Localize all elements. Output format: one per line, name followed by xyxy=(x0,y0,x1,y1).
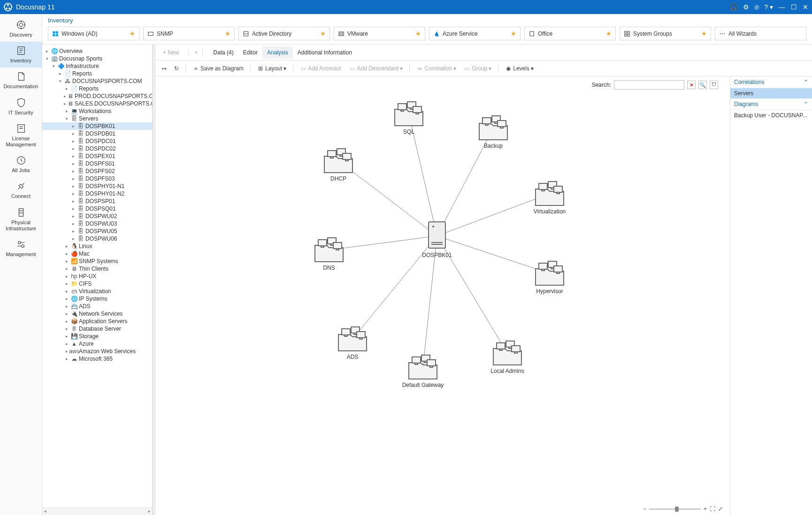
expand-arrow-icon[interactable]: ▸ xyxy=(44,49,50,53)
tree-item-mac[interactable]: ▸🍎Mac xyxy=(42,250,152,258)
expand-arrow-icon[interactable]: ▸ xyxy=(70,169,76,174)
tab-data-4-[interactable]: Data (4) xyxy=(208,46,238,59)
wizard-snmp[interactable]: SNMP★ xyxy=(143,27,235,40)
tree-item-dospwu06[interactable]: ▸🗄DOSPWU06 xyxy=(42,235,152,242)
diagram-node-virtualization[interactable] xyxy=(536,182,564,205)
nav-itsecurity[interactable]: IT Security xyxy=(0,94,42,120)
refresh-button[interactable]: ↻ xyxy=(171,63,182,74)
expand-arrow-icon[interactable]: ▾ xyxy=(44,56,50,61)
diagram-node-sql[interactable] xyxy=(395,102,423,126)
tree-item-linux[interactable]: ▸🐧Linux xyxy=(42,242,152,250)
wizard-vmware[interactable]: VMware★ xyxy=(334,27,425,40)
expand-arrow-icon[interactable]: ▸ xyxy=(64,356,69,361)
expand-arrow-icon[interactable]: ▸ xyxy=(64,334,69,339)
nav-inventory[interactable]: Inventory xyxy=(0,42,42,68)
tree-item-dospex01[interactable]: ▸🗄DOSPEX01 xyxy=(42,152,152,160)
expand-arrow-icon[interactable]: ▸ xyxy=(70,154,76,159)
tree-item-reports[interactable]: ▸📄Reports xyxy=(42,70,152,77)
tree-item-microsoft-365[interactable]: ▸☁Microsoft 365 xyxy=(42,355,152,363)
tree-item-dosphy01-n2[interactable]: ▸🗄DOSPHY01-N2 xyxy=(42,190,152,197)
expand-arrow-icon[interactable]: ▾ xyxy=(57,79,63,83)
expand-arrow-icon[interactable]: ▸ xyxy=(64,86,69,91)
tree-item-servers[interactable]: ▾🗄Servers xyxy=(42,115,152,122)
diagram-node-dhcp[interactable] xyxy=(324,149,352,173)
add-descendant-button[interactable]: ▭Add Descendant ▾ xyxy=(346,63,406,74)
expand-arrow-icon[interactable]: ▸ xyxy=(70,191,76,196)
nav-physical[interactable]: Physical Infrastructure xyxy=(0,204,42,235)
tree-item-dospbk01[interactable]: ▸🗄DOSPBK01 xyxy=(42,122,152,130)
wizard-office[interactable]: Office★ xyxy=(524,27,616,40)
tree-item-dospfs02[interactable]: ▸🗄DOSPFS02 xyxy=(42,167,152,175)
filter-icon[interactable]: ⛉ xyxy=(710,81,718,89)
minimize-icon[interactable]: — xyxy=(779,3,785,11)
expand-arrow-icon[interactable]: ▸ xyxy=(64,94,66,98)
expand-arrow-icon[interactable]: ▸ xyxy=(70,184,76,189)
diagram-node-local-admins[interactable] xyxy=(493,341,521,365)
expand-arrow-icon[interactable]: ▸ xyxy=(64,289,69,294)
tree-item-cifs[interactable]: ▸📁CIFS xyxy=(42,280,152,288)
tree-item-workstations[interactable]: ▸💻Workstations xyxy=(42,107,152,115)
maximize-icon[interactable]: ☐ xyxy=(791,3,797,11)
diagram-node-dns[interactable] xyxy=(315,238,343,262)
nav-management[interactable]: Management xyxy=(0,235,42,261)
wizard-system-groups[interactable]: System Groups★ xyxy=(620,27,711,40)
expand-arrow-icon[interactable]: ▸ xyxy=(64,266,69,271)
expand-arrow-icon[interactable]: ▾ xyxy=(64,116,69,121)
correlations-header[interactable]: Correlations⌃ xyxy=(730,76,812,88)
wizard-active-directory[interactable]: Active Directory★ xyxy=(238,27,330,40)
expand-arrow-icon[interactable]: ▸ xyxy=(70,206,76,211)
expand-arrow-icon[interactable]: ▸ xyxy=(70,176,76,181)
tree-item-prod-docusnapsports-co[interactable]: ▸🖥PROD.DOCUSNAPSPORTS.CO xyxy=(42,92,152,100)
wizard-azure-service[interactable]: Azure Service★ xyxy=(429,27,521,40)
expand-arrow-icon[interactable]: ▸ xyxy=(70,221,76,226)
expand-arrow-icon[interactable]: ▸ xyxy=(70,214,76,219)
tree-item-dospfs03[interactable]: ▸🗄DOSPFS03 xyxy=(42,175,152,182)
zoom-control[interactable]: − + ⛶ ⤢ xyxy=(643,506,723,512)
tree-item-dospdc01[interactable]: ▸🗄DOSPDC01 xyxy=(42,137,152,145)
expand-arrow-icon[interactable]: ▸ xyxy=(57,71,63,76)
group-button[interactable]: ▭Group ▾ xyxy=(461,63,494,74)
tree-item-dospdc02[interactable]: ▸🗄DOSPDC02 xyxy=(42,145,152,152)
plug-icon[interactable]: ⎚ xyxy=(755,3,758,11)
wizard-all-wizards[interactable]: ⋯All Wizards xyxy=(715,27,806,40)
expand-icon[interactable]: ⤢ xyxy=(718,506,723,512)
tree-item-ip-systems[interactable]: ▸🌐IP Systems xyxy=(42,295,152,303)
tree-item-snmp-systems[interactable]: ▸📶SNMP Systems xyxy=(42,258,152,265)
expand-arrow-icon[interactable]: ▸ xyxy=(70,139,76,144)
tree-item-infrastructure[interactable]: ▾🔷Infrastructure xyxy=(42,62,152,70)
tree-item-sales-docusnapsports-co[interactable]: ▸🖥SALES.DOCUSNAPSPORTS.CO xyxy=(42,100,152,107)
levels-button[interactable]: ◉Levels ▾ xyxy=(502,63,536,74)
tree-item-dospwu03[interactable]: ▸🗄DOSPWU03 xyxy=(42,220,152,227)
zoom-slider[interactable] xyxy=(649,508,701,510)
tree-item-storage[interactable]: ▸💾Storage xyxy=(42,333,152,340)
tree-item-hp-ux[interactable]: ▸hpHP-UX xyxy=(42,273,152,280)
expand-arrow-icon[interactable]: ▸ xyxy=(64,326,69,331)
expand-arrow-icon[interactable]: ▸ xyxy=(64,349,69,354)
expand-arrow-icon[interactable]: ▸ xyxy=(70,236,76,241)
clear-search-icon[interactable]: ✕ xyxy=(687,81,696,89)
nav-origin-button[interactable]: ↦ xyxy=(159,63,169,74)
diagram-center-node[interactable] xyxy=(429,222,445,248)
expand-arrow-icon[interactable]: ▸ xyxy=(64,109,69,114)
nav-discovery[interactable]: Discovery xyxy=(0,16,42,42)
headset-icon[interactable]: 🎧 xyxy=(729,3,737,11)
correlation-servers[interactable]: Servers xyxy=(730,88,812,98)
close-icon[interactable]: ✕ xyxy=(803,3,808,11)
search-icon[interactable]: 🔍 xyxy=(698,81,707,89)
expand-arrow-icon[interactable]: ▸ xyxy=(70,229,76,234)
expand-arrow-icon[interactable]: ▸ xyxy=(64,341,69,346)
expand-arrow-icon[interactable]: ▾ xyxy=(51,64,56,68)
zoom-out-icon[interactable]: − xyxy=(643,506,646,512)
tree-item-dospfs01[interactable]: ▸🗄DOSPFS01 xyxy=(42,160,152,167)
expand-arrow-icon[interactable]: ▸ xyxy=(64,304,69,309)
expand-arrow-icon[interactable]: ▸ xyxy=(64,101,66,106)
tree-item-azure[interactable]: ▸▲Azure xyxy=(42,340,152,348)
tab-editor[interactable]: Editor xyxy=(238,46,262,59)
expand-arrow-icon[interactable]: ▸ xyxy=(64,319,69,324)
zoom-in-icon[interactable]: + xyxy=(704,506,707,512)
tree-item-dospwu05[interactable]: ▸🗄DOSPWU05 xyxy=(42,227,152,235)
expand-arrow-icon[interactable]: ▸ xyxy=(64,251,69,256)
diagram-node-backup[interactable] xyxy=(479,116,507,140)
expand-arrow-icon[interactable]: ▸ xyxy=(64,259,69,264)
tree-horizontal-scrollbar[interactable] xyxy=(42,507,152,515)
